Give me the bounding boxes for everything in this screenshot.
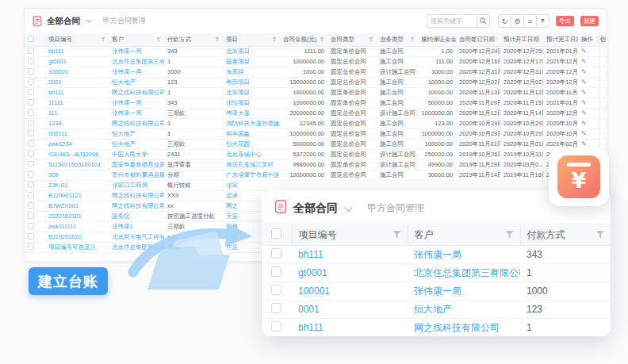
select-all-checkbox[interactable] bbox=[271, 228, 281, 239]
cell-project-code[interactable]: 100001 bbox=[45, 67, 109, 77]
list-item[interactable]: gt0001 北京住总集团第三有限公司 1 bbox=[262, 264, 611, 282]
row-checkbox[interactable] bbox=[28, 192, 34, 198]
cell-project-code[interactable]: 009 bbox=[45, 170, 109, 180]
cell-project-code[interactable]: BJWZX001 bbox=[45, 201, 109, 211]
cell-project[interactable]: 南部项目 bbox=[223, 77, 280, 87]
table-row[interactable]: 009 贵州市都昀董酒店服务有... 分期 广东省肇宁市新中医医院... 100… bbox=[25, 170, 607, 180]
edit-icon[interactable]: ✎ bbox=[581, 99, 587, 106]
row-checkbox[interactable] bbox=[28, 223, 34, 229]
select-all-checkbox[interactable] bbox=[28, 36, 34, 42]
cell-project-code[interactable]: 11111 bbox=[45, 98, 109, 108]
row-checkbox[interactable] bbox=[28, 161, 34, 167]
cell-customer[interactable]: 张伟康一局 bbox=[109, 98, 164, 108]
row-checkbox[interactable] bbox=[28, 202, 34, 209]
cell-project-code[interactable]: 0001 bbox=[292, 301, 408, 319]
cell-project-code[interactable]: 0001 bbox=[45, 77, 109, 87]
edit-icon[interactable]: ✎ bbox=[581, 48, 587, 55]
row-checkbox[interactable] bbox=[28, 151, 34, 157]
table-row[interactable]: zwk1234 恒大地产 三期款 恒大花园 5000000.00 固定总价合同 … bbox=[25, 139, 607, 149]
cell-project[interactable]: 北装项目 bbox=[223, 46, 280, 56]
create-button[interactable]: 新建 bbox=[580, 16, 599, 27]
filter-icon[interactable] bbox=[369, 37, 373, 42]
filter-icon[interactable] bbox=[410, 37, 415, 42]
row-checkbox[interactable] bbox=[271, 303, 281, 313]
chevron-down-icon[interactable] bbox=[86, 19, 92, 23]
edit-icon[interactable]: ✎ bbox=[581, 79, 587, 86]
cell-project-code[interactable]: bh111 bbox=[45, 46, 109, 56]
cell-project-code[interactable]: bh111 bbox=[292, 246, 408, 264]
edit-icon[interactable]: ✎ bbox=[581, 130, 587, 137]
cell-project[interactable]: 伟康大厦 bbox=[223, 108, 280, 118]
cell-project[interactable]: 国泰项目 bbox=[223, 56, 280, 67]
table-row[interactable]: bh111 张伟康一局 343 北装项目 1111.00 固定单价合同 施工合同… bbox=[25, 46, 607, 56]
edit-icon[interactable]: ✎ bbox=[581, 109, 587, 117]
cell-customer[interactable]: 张家口工商局 bbox=[109, 180, 164, 190]
row-checkbox[interactable] bbox=[28, 140, 34, 147]
filter-icon[interactable] bbox=[393, 231, 401, 239]
chevron-down-icon[interactable] bbox=[344, 201, 353, 216]
refresh-icon[interactable]: ↻ bbox=[498, 14, 511, 28]
edit-icon[interactable]: ✎ bbox=[581, 68, 587, 75]
cell-customer[interactable]: 北京住总集团第三有限公司 bbox=[109, 56, 164, 67]
table-row[interactable]: 000111 恒大地产 1 裕丰国鑫 10000000.00 固定总价合同 施工… bbox=[25, 128, 607, 139]
gear-icon[interactable]: ⚙ bbox=[511, 14, 524, 28]
cell-customer[interactable]: 恒大地产 bbox=[109, 77, 164, 87]
cell-customer[interactable]: 网之线科技有限公司 bbox=[109, 87, 164, 98]
cell-project-code[interactable]: 5115021503190101 bbox=[45, 159, 109, 170]
list-item[interactable]: bh111 张伟康一局 343 bbox=[262, 246, 611, 264]
cell-project-code[interactable]: GS-983—BJ30998 bbox=[45, 149, 109, 159]
row-checkbox[interactable] bbox=[271, 248, 281, 259]
cell-customer[interactable]: 中国人民大学 bbox=[109, 149, 164, 159]
row-checkbox[interactable] bbox=[28, 243, 34, 250]
row-checkbox[interactable] bbox=[28, 79, 34, 85]
table-row[interactable]: bh111 网之线科技有限公司 1 北装项目 1000000.00 固定单价合同… bbox=[25, 87, 607, 98]
cell-project-code[interactable]: 111 bbox=[45, 108, 109, 118]
cell-customer[interactable]: 恒大地产 bbox=[408, 301, 520, 319]
row-checkbox[interactable] bbox=[28, 99, 34, 105]
cell-customer[interactable]: 恒大地产 bbox=[109, 139, 164, 149]
table-row[interactable]: 100001 张伟康一局 1000 海底捞 1000.00 固定总价合同 设计施… bbox=[25, 67, 607, 77]
filter-icon[interactable] bbox=[496, 37, 497, 42]
cell-project-code[interactable]: gt0001 bbox=[292, 264, 408, 282]
filter-icon[interactable] bbox=[320, 37, 324, 42]
filter-icon[interactable] bbox=[215, 37, 220, 42]
edit-icon[interactable]: ✎ bbox=[581, 89, 587, 96]
row-checkbox[interactable] bbox=[28, 48, 34, 54]
cell-project-code[interactable]: ZJK-01 bbox=[45, 180, 109, 190]
cell-project-code[interactable]: zwk1234 bbox=[45, 139, 109, 149]
edit-icon[interactable]: ✎ bbox=[581, 58, 587, 65]
create-ledger-button[interactable]: 建立台账 bbox=[29, 267, 108, 295]
row-checkbox[interactable] bbox=[28, 233, 34, 239]
cell-project-code[interactable]: gt0001 bbox=[45, 56, 109, 67]
row-checkbox[interactable] bbox=[28, 120, 34, 126]
cell-customer[interactable]: 张伟康一局 bbox=[109, 46, 164, 56]
list-item[interactable]: 100001 张伟康一局 1000 bbox=[262, 282, 611, 301]
cell-project[interactable]: 广东省肇宁市新中医医院... bbox=[223, 170, 280, 180]
search-icon[interactable] bbox=[477, 15, 489, 27]
edit-icon[interactable]: ✎ bbox=[581, 140, 587, 148]
cell-customer[interactable]: 恒大地产 bbox=[109, 128, 164, 139]
table-row[interactable]: gt0001 北京住总集团第三有限公司 1 国泰项目 1000000.00 固定… bbox=[25, 56, 607, 67]
export-button[interactable]: 导出 bbox=[556, 16, 574, 27]
cell-customer[interactable]: 张伟康一局 bbox=[408, 246, 520, 264]
cell-project-code[interactable]: 100001 bbox=[292, 282, 408, 301]
list-item[interactable]: bh111 网之线科技有限公司 1 bbox=[262, 319, 611, 337]
cell-project-code[interactable]: 000111 bbox=[45, 128, 109, 139]
table-row[interactable]: 1234 网之线科技有限公司 1 鸿鹄科技大厦外墙施工项目 12345.00 固… bbox=[25, 118, 607, 128]
cell-project-code[interactable]: zwk111111 bbox=[45, 221, 109, 232]
cell-customer[interactable]: 网之线科技有限公司 bbox=[109, 118, 164, 128]
cell-customer[interactable]: 固安华夏幸福基业房地产... bbox=[109, 159, 164, 170]
columns-icon[interactable]: ≡ bbox=[523, 14, 537, 28]
filter-icon[interactable] bbox=[506, 231, 514, 239]
cell-customer[interactable]: 网之线科技有限公司 bbox=[109, 190, 164, 201]
cell-project-code[interactable]: BJ20201020 bbox=[45, 232, 109, 242]
row-checkbox[interactable] bbox=[28, 58, 34, 64]
cell-customer[interactable]: 贵州市都昀董酒店服务有... bbox=[109, 170, 164, 180]
row-checkbox[interactable] bbox=[271, 321, 281, 331]
cell-project-code[interactable]: bh111 bbox=[45, 87, 109, 98]
search-box[interactable] bbox=[427, 14, 490, 28]
cell-project[interactable]: 恒大花园 bbox=[223, 139, 280, 149]
cell-project[interactable]: 张家 bbox=[223, 180, 280, 190]
row-checkbox[interactable] bbox=[28, 109, 34, 116]
filter-icon[interactable] bbox=[596, 231, 604, 239]
